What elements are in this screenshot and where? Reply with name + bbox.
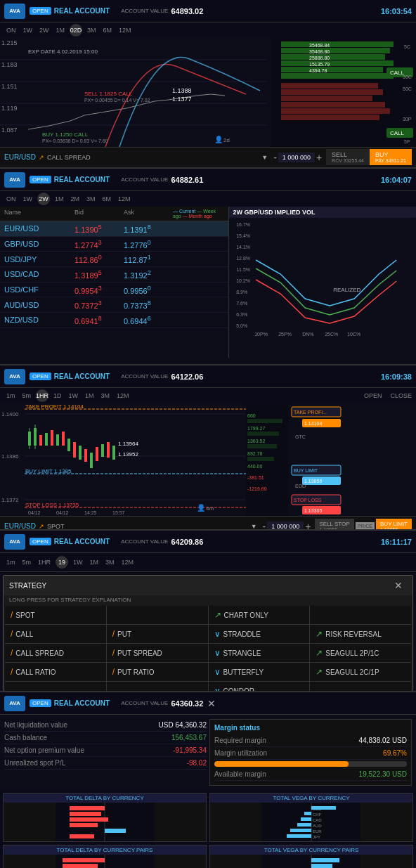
svg-text:7.6%: 7.6% [236,301,247,306]
tf-12m-2[interactable]: 12M [116,195,133,203]
strategy-chart-only[interactable]: ↗ CHART ONLY [209,606,310,624]
panel3-buy-limit-label: BUY LIMIT [380,521,408,527]
panel1-chart: AVA OPEN REAL ACCOUNT ACCOUNT VALUE 6489… [0,0,416,169]
tf-1m-4[interactable]: 1m [4,558,18,566]
panel1-sell-btn[interactable]: SELL RCV 33255.44 [326,149,370,165]
tf-6m-2[interactable]: 6M [100,195,114,203]
tf-5m-4[interactable]: 5m [20,558,34,566]
strategy-spot[interactable]: / SPOT [5,606,106,624]
table-row[interactable]: USD/JPY 112.860 112.871 [0,252,228,267]
strategy-condor[interactable]: ∨ CONDOR [209,682,310,692]
svg-rect-143 [301,817,311,821]
tf-12m-4[interactable]: 12M [119,558,136,566]
table-row[interactable]: EUR/USD 1.13905 1.13918 [0,221,228,237]
strategy-call-ratio[interactable]: / CALL RATIO [5,663,106,681]
tf-3m-1[interactable]: 3M [85,26,98,34]
tf-2w-1[interactable]: 2W [37,26,51,34]
available-margin-row: Available margin 19,522.30 USD [214,768,407,781]
tf-1d-3[interactable]: 1D [51,391,64,400]
tf-3m-4[interactable]: 3M [103,558,117,566]
panel4-open-badge: OPEN [30,538,51,545]
tf-6m-1[interactable]: 6M [101,26,115,34]
strategy-put[interactable]: / PUT [107,625,208,643]
strategy-risk-reversal[interactable]: ↗ RISK REVERSAL [310,625,411,643]
strategy-put-spread[interactable]: / PUT SPREAD [107,644,208,662]
straddle-icon: ∨ [214,629,221,639]
panel1-account-name: REAL ACCOUNT [54,7,110,15]
tf-1m2-3[interactable]: 1M [83,391,96,400]
svg-rect-46 [235,218,410,337]
tf-19-4[interactable]: 19 [56,556,68,569]
panel3-sell-stop-btn[interactable]: SELL STOP 1.13856 [315,519,353,531]
panel2-table: AVA OPEN REAL ACCOUNT ACCOUNT VALUE 6488… [0,169,416,365]
seagull-2p1c-icon: ↗ [316,648,323,658]
svg-text:10.2%: 10.2% [236,278,250,283]
panel1-plus[interactable]: + [316,152,322,163]
svg-text:SELL 1.1825 CALL: SELL 1.1825 CALL [84,91,133,97]
svg-rect-25 [281,73,394,79]
svg-text:5.0%: 5.0% [236,323,247,328]
strategy-seagull-2c1p[interactable]: ↗ SEAGULL 2C/1P [310,663,411,681]
tf-2w-2[interactable]: 2W [37,193,50,205]
strategy-call[interactable]: / CALL [5,625,106,643]
tf-1hr-4[interactable]: 1HR [36,558,53,566]
panel1-minus[interactable]: - [273,152,277,163]
call-spread-label: CALL SPREAD [15,649,64,657]
tf-1m-1[interactable]: 1M [54,26,67,34]
panel5-close[interactable]: ✕ [203,697,220,711]
tf-3m-3[interactable]: 3M [99,391,112,400]
tf-1m-3[interactable]: 1m [4,391,18,400]
table-row[interactable]: AUD/USD 0.73723 0.73738 [0,297,228,313]
strategy-call-spread[interactable]: / CALL SPREAD [5,644,106,662]
svg-text:1.1372: 1.1372 [1,497,19,503]
svg-rect-27 [281,89,383,95]
tf-12m-1[interactable]: 12M [117,26,134,34]
panel3-minus[interactable]: - [263,521,266,531]
col-ask: Ask [124,209,173,219]
table-row[interactable]: USD/CHF 0.99543 0.99560 [0,283,228,298]
svg-text:-381.51: -381.51 [247,475,264,480]
bid-usdchf: 0.99543 [74,285,124,295]
req-margin-label: Required margin [214,737,266,744]
seagull-2c1p-label: SEAGULL 2C/1P [325,668,379,676]
put-ratio-label: PUT RATIO [117,668,154,676]
panel4-account-value: 64209.86 [171,538,203,546]
strategy-butterfly[interactable]: ∨ BUTTERFLY [209,663,310,681]
svg-text:14.1%: 14.1% [236,245,250,250]
strategy-seagull-2p1c[interactable]: ↗ SEAGULL 2P/1C [310,644,411,662]
tf-1hr-3[interactable]: 1HR [36,389,48,402]
panel1-buy-btn[interactable]: BUY PAY 34931.21 [370,149,412,165]
tf-3m-2[interactable]: 3M [84,195,98,203]
svg-rect-135 [70,834,94,838]
table-row[interactable]: GBP/USD 1.27743 1.27760 [0,237,228,252]
col-bid: Bid [74,209,124,219]
svg-text:REALIZED: REALIZED [333,287,360,293]
strategy-strangle[interactable]: ∨ STRANGLE [209,644,310,662]
tf-1m-2[interactable]: 1M [53,195,66,203]
panel1-sell-label: SELL [332,151,364,158]
tf-1w-1[interactable]: 1W [21,26,35,34]
table-row[interactable]: USD/CAD 1.31895 1.31922 [0,267,228,283]
panel3-timeframe-bar: 1m 5m 1HR 1D 1W 1M 3M 12M OPEN CLOSE [0,388,416,403]
tf-02d-1[interactable]: 02D [70,24,82,37]
tf-1w-3[interactable]: 1W [67,391,81,400]
panel1-rcv: RCV 33255.44 [332,158,364,163]
svg-rect-131 [70,812,101,816]
tf-2m-2[interactable]: 2M [69,195,82,203]
tf-12m-3[interactable]: 12M [115,391,131,400]
tf-1m2-4[interactable]: 1M [88,558,101,566]
strategy-close[interactable]: ✕ [390,578,407,592]
panel1-strategy: CALL SPREAD [47,154,91,161]
svg-rect-153 [63,864,98,868]
tf-5m-3[interactable]: 5m [20,391,34,400]
tf-on-2[interactable]: ON [4,195,18,203]
tf-1w-2[interactable]: 1W [21,195,35,203]
svg-text:660: 660 [247,413,256,418]
strategy-straddle[interactable]: ∨ STRADDLE [209,625,310,643]
panel3-plus[interactable]: + [305,521,311,531]
panel3-buy-limit-btn[interactable]: BUY LIMIT 1.13856 [376,519,412,531]
strategy-put-ratio[interactable]: / PUT RATIO [107,663,208,681]
tf-on-1[interactable]: ON [4,26,18,34]
tf-1w-4[interactable]: 1W [71,558,85,566]
table-row[interactable]: NZD/USD 0.69418 0.69446 [0,313,228,328]
